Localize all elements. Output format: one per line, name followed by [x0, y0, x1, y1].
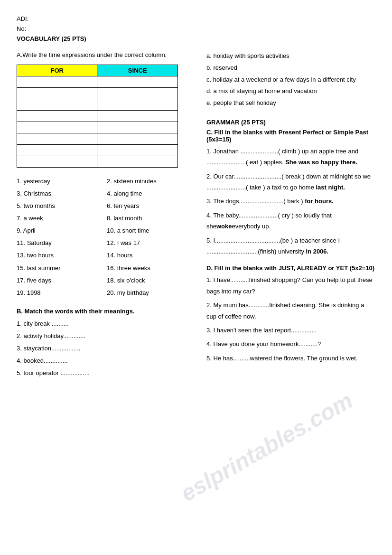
word-item: 1. yesterday: [17, 176, 102, 187]
fill-item-c: 5. I....................................…: [206, 235, 375, 257]
section-b-title: B. Match the words with their meanings.: [17, 308, 192, 315]
meaning-item: d. a mix of staying at home and vacation: [206, 85, 375, 97]
word-item: 15. last summer: [17, 263, 102, 273]
table-row: [17, 156, 178, 167]
meaning-item: c. holiday at a weekend or a few days in…: [206, 74, 375, 86]
word-item: 17. five days: [17, 275, 102, 286]
table-row: [17, 122, 178, 133]
match-item: 1. city break ..........: [17, 318, 192, 330]
word-list: 1. yesterday2. sixteen minutes3. Christm…: [17, 176, 192, 298]
table-row: [17, 87, 178, 99]
right-column: a. holiday with sports activitiesb. rese…: [206, 50, 375, 384]
section-d-title: D. Fill in the blanks with JUST, ALREADY…: [206, 264, 375, 272]
meaning-item: a. holiday with sports activities: [206, 50, 375, 62]
fill-item-d: 2. My mum has............finished cleani…: [206, 300, 375, 322]
vocab-title: VOCABULARY (25 PTS): [17, 34, 375, 44]
word-item: 5. two months: [17, 201, 102, 211]
grammar-section: GRAMMAR (25 PTS) C. Fill in the blanks w…: [206, 119, 375, 364]
header-section: ADI: No: VOCABULARY (25 PTS): [17, 14, 375, 44]
word-item: 16. three weeks: [107, 263, 192, 273]
word-item: 18. six o'clock: [107, 275, 192, 286]
table-row: [17, 110, 178, 122]
word-item: 2. sixteen minutes: [107, 176, 192, 187]
table-row: [17, 76, 178, 87]
word-item: 8. last month: [107, 213, 192, 224]
word-item: 9. April: [17, 226, 102, 236]
match-item: 5. tour operator .................: [17, 367, 192, 379]
no-label: No:: [17, 24, 375, 34]
left-column: A.Write the time expressions under the c…: [17, 50, 192, 384]
section-a-instruction: A.Write the time expressions under the c…: [17, 50, 192, 60]
match-list: 1. city break ..........2. activity holi…: [17, 318, 192, 379]
since-header: SINCE: [97, 65, 178, 76]
for-since-table: FOR SINCE: [17, 65, 178, 168]
fill-item-d: 1. I have...........finished shopping? C…: [206, 274, 375, 297]
word-item: 14. hours: [107, 250, 192, 261]
word-item: 7. a week: [17, 213, 102, 224]
table-row: [17, 99, 178, 110]
fill-item-c: 4. The baby.......................( cry …: [206, 210, 375, 232]
fill-item-c: 2. Our car............................( …: [206, 171, 375, 193]
meanings-list: a. holiday with sports activitiesb. rese…: [206, 50, 375, 109]
word-item: 3. Christmas: [17, 188, 102, 199]
word-item: 13. two hours: [17, 250, 102, 261]
match-item: 2. activity holiday.............: [17, 330, 192, 342]
section-b: B. Match the words with their meanings. …: [17, 308, 192, 379]
word-item: 20. my birthday: [107, 288, 192, 298]
grammar-title: GRAMMAR (25 PTS): [206, 119, 375, 126]
section-c: C. Fill in the blanks with Present Perfe…: [206, 129, 375, 257]
fill-item-d: 5. He has..........watered the flowers. …: [206, 353, 375, 364]
fill-item-d: 4. Have you done your homework..........…: [206, 339, 375, 349]
word-item: 11. Saturday: [17, 238, 102, 248]
match-item: 4. booked..............: [17, 355, 192, 367]
for-header: FOR: [17, 65, 97, 76]
word-item: 6. ten years: [107, 201, 192, 211]
fill-item-d: 3. I haven't seen the last report.......…: [206, 325, 375, 336]
word-item: 10. a short time: [107, 226, 192, 236]
word-item: 19. 1998: [17, 288, 102, 298]
match-item: 3. staycation.................: [17, 342, 192, 355]
section-d-items: 1. I have...........finished shopping? C…: [206, 274, 375, 364]
section-c-items: 1. Jonathan ......................( clim…: [206, 146, 375, 257]
fill-item-c: 1. Jonathan ......................( clim…: [206, 146, 375, 168]
word-item: 4. along time: [107, 188, 192, 199]
word-item: 12. I was 17: [107, 238, 192, 248]
meaning-item: b. reserved: [206, 62, 375, 74]
main-content: A.Write the time expressions under the c…: [17, 50, 375, 384]
section-c-title: C. Fill in the blanks with Present Perfe…: [206, 129, 375, 143]
table-row: [17, 133, 178, 144]
meaning-item: e. people that sell holiday: [206, 97, 375, 109]
section-d: D. Fill in the blanks with JUST, ALREADY…: [206, 264, 375, 364]
table-row: [17, 144, 178, 156]
fill-item-c: 3. The dogs..........................( b…: [206, 196, 375, 207]
watermark: eslprintables.com: [176, 387, 357, 507]
adi-label: ADI:: [17, 14, 375, 24]
